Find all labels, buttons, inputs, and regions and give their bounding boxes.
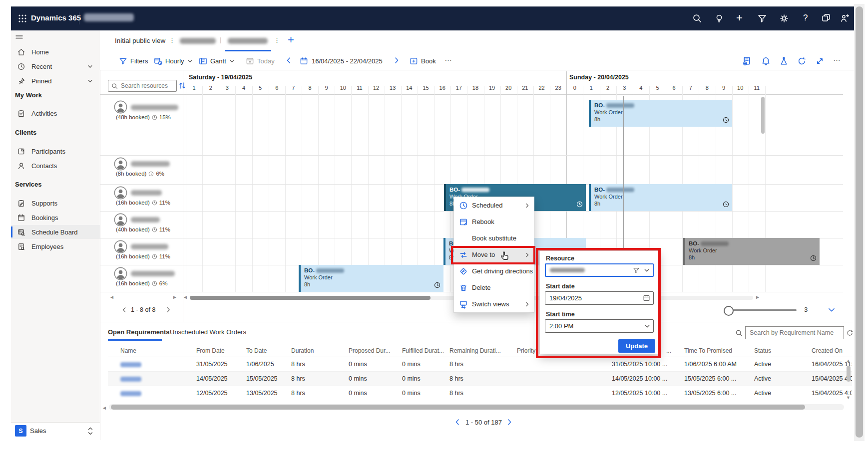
booking-block[interactable]: BO-Work Order8h <box>589 100 732 127</box>
tab-more-options-icon[interactable]: ⋮ <box>274 36 280 44</box>
redacted-tab-name-active[interactable] <box>228 38 268 44</box>
ideas-lightbulb-icon[interactable] <box>714 13 724 23</box>
column-header-time-to-promised[interactable]: Time To Promised <box>678 344 748 357</box>
table-row[interactable]: 14/05/202515/05/20258 hrs0 mins0 mins8 h… <box>108 372 852 386</box>
gantt-view-button[interactable]: Gantt <box>199 57 235 65</box>
table-cell[interactable]: Active <box>748 386 806 401</box>
calendar-icon[interactable] <box>643 294 650 302</box>
requirement-search-input[interactable] <box>749 329 844 337</box>
environment-switch-icon[interactable] <box>821 13 831 23</box>
menu-item-get-driving-directions[interactable]: Get driving directions <box>454 263 534 279</box>
sidebar-item-pinned[interactable]: Pinned <box>11 74 100 88</box>
sidebar-item-home[interactable]: Home <box>11 45 100 59</box>
menu-item-scheduled[interactable]: Scheduled <box>454 197 534 214</box>
quick-create-plus-icon[interactable]: + <box>736 11 743 24</box>
redacted-requirement-name[interactable] <box>120 362 141 367</box>
table-row[interactable]: 31/05/20251/06/20258 hrs0 mins0 mins8 hr… <box>108 357 852 372</box>
redacted-requirement-name[interactable] <box>120 391 141 396</box>
waffle-icon[interactable] <box>18 14 27 23</box>
table-pager-next-chevron[interactable] <box>505 418 513 426</box>
resource-row[interactable]: (16h booked)11% <box>100 184 183 211</box>
search-resources-box[interactable] <box>108 80 177 92</box>
zoom-slider-track[interactable] <box>733 309 797 311</box>
table-hscroll-thumb[interactable] <box>111 405 805 410</box>
tab-unscheduled-work-orders[interactable]: Unscheduled Work Orders <box>170 328 246 336</box>
next-range-chevron[interactable] <box>393 56 401 64</box>
requirement-name-cell[interactable] <box>108 386 190 401</box>
sidebar-item-activities[interactable]: Activities <box>11 106 100 120</box>
table-scroll-up-arrow[interactable]: ▲ <box>846 358 851 363</box>
gantt-scroll-right-arrow[interactable]: ► <box>755 294 760 300</box>
help-icon[interactable]: ? <box>803 13 808 23</box>
map-view-icon[interactable] <box>779 56 789 66</box>
gantt-vertical-scrollbar-thumb[interactable] <box>761 97 765 134</box>
resource-scroll-left-arrow[interactable]: ◄ <box>109 294 114 300</box>
booking-block[interactable]: BO-Work Order8h <box>683 238 820 265</box>
tab-more-options-icon[interactable]: ⋮ <box>169 36 175 44</box>
chevron-down-icon[interactable] <box>644 267 650 273</box>
requirements-panel-icon[interactable] <box>742 56 752 66</box>
user-swap-icon[interactable] <box>840 13 850 23</box>
requirement-search-box[interactable] <box>745 326 844 339</box>
table-scroll-down-arrow[interactable]: ▼ <box>846 395 851 400</box>
column-header-duration[interactable]: Duration <box>285 344 343 357</box>
expand-fullscreen-icon[interactable] <box>815 56 825 66</box>
date-range-picker[interactable]: 16/04/2025 - 22/04/2025 <box>300 57 383 65</box>
booking-block[interactable]: BO-Work Order8h <box>589 184 732 211</box>
table-vscroll-thumb[interactable] <box>847 366 851 382</box>
tab-open-requirements[interactable]: Open Requirements <box>108 328 170 336</box>
notifications-bell-icon[interactable] <box>761 56 771 66</box>
menu-item-rebook[interactable]: Rebook <box>454 214 534 230</box>
booking-block[interactable]: BO-Work Order8h <box>299 265 443 292</box>
sidebar-item-participants[interactable]: Participants <box>11 144 100 158</box>
column-header-name[interactable]: Name <box>108 344 190 357</box>
column-header-to-date[interactable]: To Date <box>240 344 285 357</box>
table-cell[interactable]: Active <box>748 372 806 386</box>
column-header-created-on[interactable]: Created On <box>806 344 852 357</box>
resource-filter-icon[interactable] <box>633 267 640 274</box>
resource-combobox[interactable] <box>545 263 654 277</box>
zoom-slider-handle[interactable] <box>724 306 734 316</box>
refresh-icon[interactable] <box>797 56 807 66</box>
resource-row[interactable]: (40h booked)11% <box>100 211 183 238</box>
area-switcher-chevrons-icon[interactable] <box>87 426 94 437</box>
sidebar-item-supports[interactable]: Supports <box>11 196 100 210</box>
sidebar-item-bookings[interactable]: Bookings <box>11 211 100 224</box>
column-header-proposed-dur-[interactable]: Proposed Dur... <box>343 344 396 357</box>
resource-row[interactable]: (16h booked)6% <box>100 265 183 292</box>
sort-resources-icon[interactable] <box>178 81 186 90</box>
update-button[interactable]: Update <box>618 339 655 353</box>
requirement-name-cell[interactable] <box>108 372 190 386</box>
refresh-requirements-icon[interactable] <box>846 329 854 337</box>
redacted-requirement-name[interactable] <box>120 377 141 382</box>
column-header-remaining-durati-[interactable]: Remaining Durati... <box>443 344 511 357</box>
book-button[interactable]: Book <box>410 57 436 65</box>
table-scroll-left-arrow[interactable]: ◄ <box>102 405 107 411</box>
area-switcher[interactable]: S Sales <box>11 423 100 440</box>
hourly-scale-button[interactable]: Hourly <box>154 57 193 65</box>
sidebar-item-recent[interactable]: Recent <box>11 59 100 73</box>
column-header-from-date[interactable]: From Date <box>190 344 240 357</box>
menu-item-move-to[interactable]: Move to <box>454 246 534 263</box>
chevron-down-icon[interactable] <box>644 323 650 329</box>
menu-item-delete[interactable]: Delete <box>454 279 534 296</box>
panel-collapse-chevron-icon[interactable] <box>827 305 836 314</box>
toolbar-more-icon[interactable]: … <box>444 54 452 62</box>
column-header-status[interactable]: Status <box>748 344 806 357</box>
sidebar-item-schedule-board[interactable]: Schedule Board <box>11 225 100 239</box>
board-pager-prev-chevron[interactable] <box>121 306 128 313</box>
previous-range-chevron[interactable] <box>285 56 293 64</box>
table-pager-prev-chevron[interactable] <box>453 418 461 426</box>
column-header-fulfilled-durat-[interactable]: Fulfilled Durat... <box>396 344 443 357</box>
window-scrollbar-thumb[interactable] <box>856 6 863 438</box>
add-tab-icon[interactable]: + <box>288 33 294 46</box>
table-row[interactable]: 12/05/202513/05/20258 hrs0 mins0 mins8 h… <box>108 386 852 401</box>
board-pager-next-chevron[interactable] <box>165 306 172 313</box>
table-cell[interactable]: Active <box>748 357 806 372</box>
resource-row[interactable]: (48h booked)15% <box>100 96 183 155</box>
start-date-input[interactable]: 19/04/2025 <box>545 291 654 305</box>
filter-icon[interactable] <box>757 13 767 23</box>
redacted-tab-name[interactable] <box>180 38 216 44</box>
filters-button[interactable]: Filters <box>119 57 148 65</box>
tab-initial-public-view[interactable]: Initial public view <box>115 37 165 44</box>
